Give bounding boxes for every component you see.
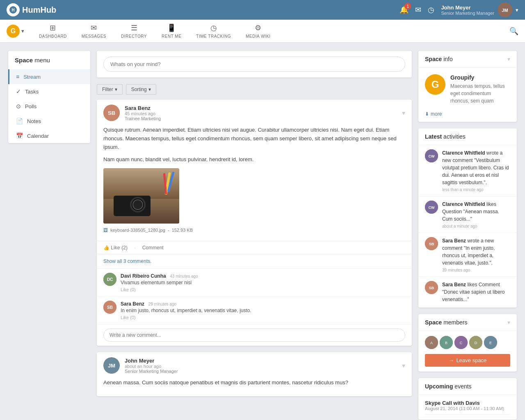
post-2-username: John Meyer — [125, 358, 397, 364]
member-avatar-4[interactable]: D — [469, 336, 482, 349]
svg-text:CW: CW — [429, 205, 435, 210]
search-icon[interactable]: 🔍 — [509, 27, 518, 36]
post-2-collapse-icon[interactable]: ▾ — [402, 362, 405, 370]
members-avatars: A B C D E — [425, 336, 510, 349]
sidebar-item-tasks[interactable]: ✓ Tasks — [8, 84, 90, 99]
leave-space-button[interactable]: → Leave space — [425, 354, 510, 367]
more-label: more — [431, 111, 442, 117]
nav-time-tracking[interactable]: ◷ TIME TRACKING — [189, 22, 237, 40]
logo-icon: H — [7, 3, 20, 16]
post-2-role: Senior Marketing Manager — [125, 369, 397, 374]
activity-3-avatar: SB — [425, 237, 438, 250]
sorting-button[interactable]: Sorting ▾ — [126, 84, 156, 95]
comment-1-body: Davi Ribeiro Cunha 43 minutes ago Vivamu… — [121, 273, 405, 292]
post-1-collapse-icon[interactable]: ▾ — [402, 109, 405, 117]
post-1-time: 45 minutes ago — [125, 111, 397, 116]
post-box — [97, 51, 412, 78]
svg-text:DC: DC — [107, 277, 113, 282]
notifications-icon[interactable]: 🔔 1 — [399, 5, 409, 14]
members-chevron[interactable]: ▾ — [507, 319, 510, 326]
events-title: Upcoming events — [425, 383, 472, 390]
member-avatar-1[interactable]: A — [425, 336, 438, 349]
top-nav-right: 🔔 1 ✉ ◷ John Meyer Senior Marketing Mana… — [399, 2, 518, 17]
space-logo: G — [425, 74, 445, 95]
tasks-icon: ✓ — [16, 88, 21, 95]
secondary-navigation: G ▾ ⊞ DASHBOARD ✉ MESSAGES ☰ DIRECTORY 📱… — [0, 20, 525, 43]
user-name: John Meyer — [441, 5, 494, 11]
nav-messages[interactable]: ✉ MESSAGES — [75, 22, 113, 40]
space-info-widget: Space info ▾ G Groupify Maecenas tempus,… — [418, 51, 517, 122]
svg-text:CW: CW — [429, 154, 435, 158]
member-avatar-5[interactable]: E — [484, 336, 497, 349]
svg-text:SB: SB — [429, 242, 434, 246]
activity-2-time: about a minute ago — [442, 224, 510, 228]
nav-dashboard[interactable]: ⊞ DASHBOARD — [32, 22, 73, 40]
nav-directory-label: DIRECTORY — [121, 34, 147, 39]
comment-2-time: 29 minutes ago — [148, 302, 176, 306]
file-icon: 🖼 — [103, 228, 108, 233]
post-2-user-info: John Meyer about an hour ago Senior Mark… — [125, 358, 397, 374]
user-dropdown-arrow[interactable]: ▾ — [516, 7, 518, 13]
post-1-file-name: keyboard-338505_1280.jpg — [110, 228, 165, 233]
sidebar-item-calendar[interactable]: 📅 Calendar — [8, 128, 90, 143]
nav-rent-me-label: RENT ME — [162, 34, 181, 39]
post-2-text: Aenean massa. Cum sociis natoque penatib… — [103, 379, 405, 387]
notification-badge: 1 — [404, 3, 411, 9]
more-arrow-icon: ⬇ — [425, 111, 429, 117]
post-1-file-sep: - — [168, 228, 169, 233]
activity-item-2: CW Clarence Whitfield likes Question "Ae… — [418, 196, 517, 233]
member-avatar-3[interactable]: C — [454, 336, 468, 349]
svg-text:E: E — [489, 341, 492, 345]
comment-2-like[interactable]: Like (0) — [121, 315, 405, 320]
new-comment-area — [97, 324, 412, 346]
comment-1-like[interactable]: Like (0) — [121, 287, 405, 292]
post-1-comments: Show all 3 comments. DC Davi Ribeiro Cun… — [97, 254, 412, 346]
messages-icon[interactable]: ✉ — [415, 5, 421, 14]
new-comment-input[interactable] — [103, 329, 405, 342]
user-avatar[interactable]: JM — [498, 2, 512, 17]
sidebar-notes-label: Notes — [27, 118, 41, 124]
activity-3-time: 39 minutes ago — [442, 268, 510, 272]
svg-text:SB: SB — [429, 286, 434, 290]
space-info-chevron[interactable]: ▾ — [507, 56, 510, 62]
space-info-more[interactable]: ⬇ more — [418, 111, 517, 122]
svg-text:D: D — [475, 341, 477, 345]
filter-bar: Filter ▾ Sorting ▾ — [97, 84, 412, 95]
notes-icon: 📄 — [16, 118, 23, 124]
post-1-role: Trainee Marketing — [125, 116, 397, 121]
sorting-chevron-icon: ▾ — [148, 87, 151, 92]
member-avatar-2[interactable]: B — [440, 336, 453, 349]
post-card-2: JM John Meyer about an hour ago Senior M… — [97, 352, 412, 396]
activity-item-1: CW Clarence Whitfield wrote a new commen… — [418, 145, 517, 196]
logo[interactable]: H HumHub — [7, 3, 56, 16]
leave-icon: → — [449, 357, 454, 363]
filter-label: Filter — [102, 87, 113, 92]
sidebar-item-stream[interactable]: ≡ Stream — [8, 69, 90, 84]
clock-icon[interactable]: ◷ — [428, 5, 434, 14]
nav-dashboard-label: DASHBOARD — [39, 34, 67, 39]
space-details: Groupify Maecenas tempus, tellus eget co… — [450, 74, 510, 105]
time-tracking-icon: ◷ — [210, 23, 217, 32]
sidebar-item-polls[interactable]: ⊙ Polls — [8, 99, 90, 114]
post-input[interactable] — [103, 57, 405, 72]
show-all-comments[interactable]: Show all 3 comments. — [97, 254, 412, 269]
dashboard-icon: ⊞ — [50, 23, 56, 32]
nav-media-wiki[interactable]: ⚙ MEDIA WIKI — [239, 22, 277, 40]
sidebar-tasks-label: Tasks — [25, 89, 39, 95]
post-1-like-button[interactable]: 👍 Like (2) — [103, 244, 128, 251]
nav-directory[interactable]: ☰ DIRECTORY — [114, 22, 153, 40]
nav-media-wiki-label: MEDIA WIKI — [246, 34, 271, 39]
sidebar-item-notes[interactable]: 📄 Notes — [8, 114, 90, 128]
members-body: A B C D E → Lea — [418, 331, 517, 372]
activity-2-text: Clarence Whitfield likes Question "Aenea… — [442, 201, 510, 223]
space-selector[interactable]: G ▾ — [7, 25, 24, 38]
rent-me-icon: 📱 — [167, 23, 176, 32]
event-1-time: August 21, 2014 (11:00 AM - 11:30 AM) — [425, 406, 510, 411]
svg-text:B: B — [445, 341, 447, 345]
filter-button[interactable]: Filter ▾ — [97, 84, 123, 95]
post-1-comment-button[interactable]: Comment — [142, 244, 164, 251]
user-role: Senior Marketing Manager — [441, 11, 494, 16]
space-avatar: G — [7, 25, 20, 38]
space-dropdown-arrow[interactable]: ▾ — [21, 28, 24, 34]
nav-rent-me[interactable]: 📱 RENT ME — [155, 22, 188, 40]
